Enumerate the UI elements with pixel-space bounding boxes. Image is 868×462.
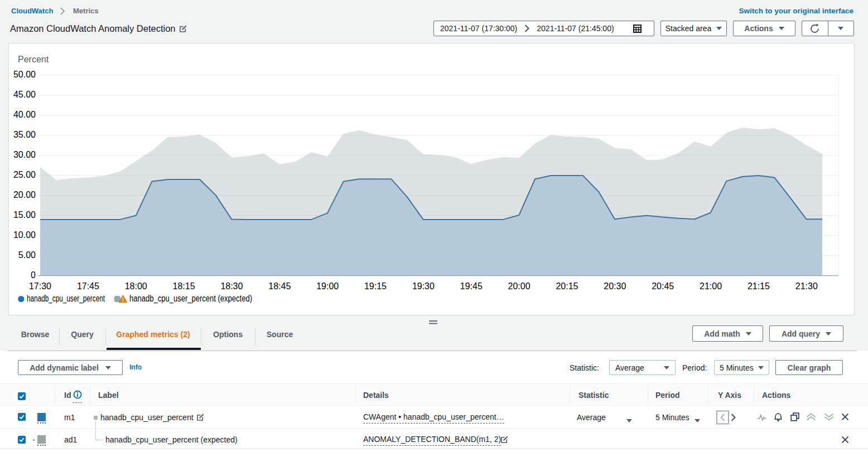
svg-text:hanadb_cpu_user_percent (expec: hanadb_cpu_user_percent (expected) <box>129 294 252 304</box>
svg-text:18:15: 18:15 <box>173 281 195 291</box>
svg-text:21:30: 21:30 <box>795 281 818 291</box>
svg-text:20:45: 20:45 <box>652 281 674 291</box>
svg-text:17:30: 17:30 <box>29 281 51 291</box>
svg-text:20:15: 20:15 <box>556 281 578 291</box>
svg-text:50.00: 50.00 <box>13 70 36 79</box>
svg-text:20:30: 20:30 <box>604 281 626 291</box>
svg-text:25.00: 25.00 <box>13 170 36 179</box>
svg-text:19:45: 19:45 <box>460 281 483 291</box>
svg-text:40.00: 40.00 <box>13 110 36 119</box>
svg-text:19:15: 19:15 <box>364 281 387 291</box>
svg-text:30.00: 30.00 <box>13 150 36 159</box>
svg-text:35.00: 35.00 <box>13 130 36 139</box>
svg-text:5.00: 5.00 <box>18 250 36 260</box>
svg-text:20:00: 20:00 <box>508 281 531 291</box>
svg-text:19:00: 19:00 <box>316 281 339 291</box>
svg-text:hanadb_cpu_user_percent: hanadb_cpu_user_percent <box>27 294 105 304</box>
svg-text:45.00: 45.00 <box>13 90 36 99</box>
svg-text:20.00: 20.00 <box>13 190 36 200</box>
svg-text:18:45: 18:45 <box>268 281 291 291</box>
svg-text:10.00: 10.00 <box>13 230 36 240</box>
svg-text:18:00: 18:00 <box>125 281 147 291</box>
svg-text:19:30: 19:30 <box>412 281 435 291</box>
svg-text:18:30: 18:30 <box>220 281 243 291</box>
svg-text:21:15: 21:15 <box>748 281 770 291</box>
svg-text:21:00: 21:00 <box>700 281 722 291</box>
svg-text:Percent: Percent <box>18 55 49 64</box>
svg-text:15.00: 15.00 <box>13 210 36 220</box>
svg-text:17:45: 17:45 <box>77 281 99 291</box>
svg-text:0: 0 <box>31 270 36 280</box>
